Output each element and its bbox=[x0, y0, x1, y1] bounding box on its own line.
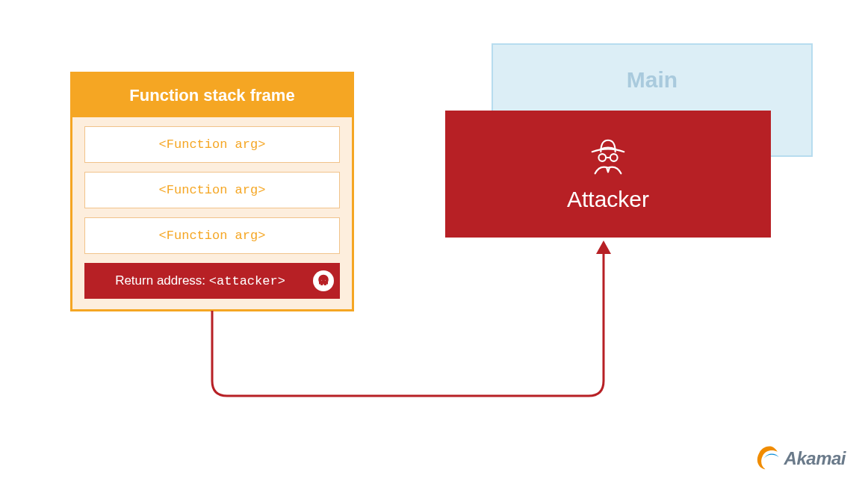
svg-point-1 bbox=[324, 279, 326, 281]
function-arg-row: <Function arg> bbox=[84, 217, 340, 254]
attacker-icon bbox=[585, 136, 631, 182]
skull-icon bbox=[313, 270, 334, 291]
return-address-value: <attacker> bbox=[209, 274, 285, 288]
return-address-row: Return address: <attacker> bbox=[84, 263, 340, 299]
akamai-wave-icon bbox=[756, 444, 783, 474]
attacker-box: Attacker bbox=[445, 111, 771, 238]
svg-marker-4 bbox=[596, 241, 611, 254]
attacker-label: Attacker bbox=[567, 187, 649, 212]
brand-name: Akamai bbox=[784, 448, 846, 469]
stack-frame-title: Function stack frame bbox=[72, 74, 352, 117]
svg-point-2 bbox=[598, 154, 606, 161]
function-arg-row: <Function arg> bbox=[84, 172, 340, 208]
function-arg-row: <Function arg> bbox=[84, 126, 340, 163]
return-address-label: Return address: bbox=[115, 273, 209, 288]
svg-point-3 bbox=[610, 154, 618, 161]
stack-frame-body: <Function arg> <Function arg> <Function … bbox=[72, 117, 352, 309]
svg-point-0 bbox=[321, 279, 323, 281]
main-box-title: Main bbox=[493, 45, 811, 93]
function-stack-frame: Function stack frame <Function arg> <Fun… bbox=[70, 72, 354, 311]
brand-logo: Akamai bbox=[756, 444, 846, 474]
